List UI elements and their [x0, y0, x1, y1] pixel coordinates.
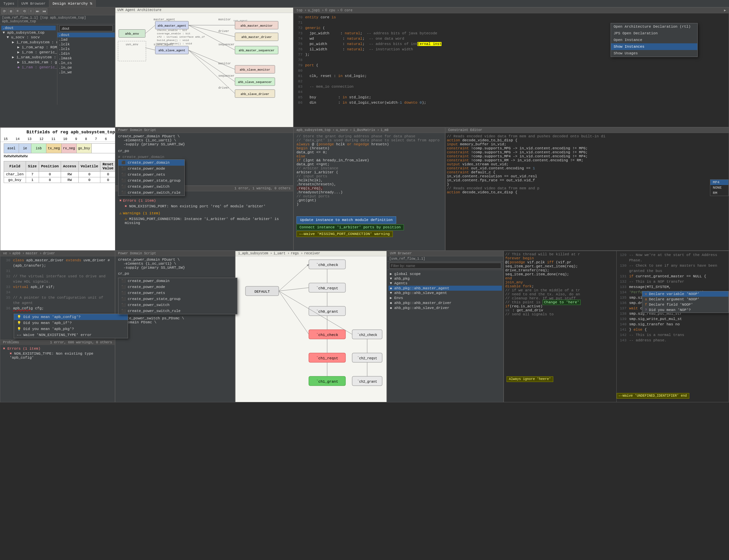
bl-ac-2[interactable]: 💡 Did you mean 'apb_if'?: [14, 320, 128, 326]
field-tx-neg: tx_neg: [46, 144, 61, 153]
bct-ac-2[interactable]: ⬛ create_power_mode: [118, 284, 237, 290]
tree-item-i-rom-wrap[interactable]: ▶ i_rom_wrap : ROM_SP_512x32_wrap: [1, 45, 56, 50]
ds-none[interactable]: NONE: [710, 185, 728, 190]
ac-create-power-state-group[interactable]: ⬛ create_power_state_group: [118, 178, 184, 184]
menu-show-instances[interactable]: Show Instances: [611, 43, 697, 50]
filter-item-lmask[interactable]: .lmask: [57, 56, 115, 61]
ds-rm[interactable]: RM: [710, 190, 728, 196]
tab-uvm-browser[interactable]: UVM Browser: [18, 0, 49, 7]
toolbar-btn-4[interactable]: ⟲: [21, 8, 27, 14]
tree-item-i-ram[interactable]: ◆ i_ram : generic_sram_bit: [1, 65, 56, 70]
filter-input[interactable]: [59, 25, 113, 31]
th-position: Position: [39, 161, 61, 172]
br-code-right: 129 -- Now we're at the start of the Add…: [617, 251, 729, 402]
code-panel-top-right: top › u_jop1 › © cpu › © core ▶ 70 entit…: [293, 7, 729, 127]
waive-undef-popup[interactable]: ←→Waive 'UNDEFINED_IDENTIFIER' end: [617, 393, 689, 399]
svg-text:ahb_master_agent: ahb_master_agent: [157, 24, 186, 28]
svg-text:ahb_slave_agent: ahb_slave_agent: [158, 49, 185, 52]
code-line-85: 85 bsy : in std_logic;: [294, 95, 729, 100]
filter-item-lcls[interactable]: .lcls: [57, 47, 115, 51]
bl-ac-4[interactable]: ←→ Waive 'NON_EXISTING_TYPE' error: [14, 332, 128, 338]
bulb-icon: 💡: [17, 315, 21, 319]
bl-bc-driver: driver: [43, 252, 55, 255]
update-instance-popup[interactable]: Update instance to match module definiti…: [296, 216, 396, 224]
tree-item-i-sram-sub[interactable]: ▶ i_sram_subsystem : sram_subsystem: [1, 55, 56, 60]
bct-ac-4[interactable]: ⬛ create_power_state_group: [118, 296, 237, 302]
svg-text:`ch1_grant: `ch1_grant: [316, 380, 338, 384]
ac-create-power-domain[interactable]: ⬛ create_power_domain: [118, 160, 184, 166]
bl-line-31: 31: [2, 268, 113, 274]
filter-item-lncs[interactable]: .ln_cs: [57, 61, 115, 65]
uvm-slave-driver[interactable]: ◆ ahb_pkg::ahb_slave_driver: [389, 305, 502, 310]
cp-declare-var[interactable]: v Declare variable 'NOOP': [642, 291, 728, 297]
uvm-filter-input[interactable]: [389, 263, 501, 269]
tab-design-hierarchy[interactable]: Design Hierarchy %: [49, 0, 96, 7]
filter-item-dout[interactable]: .dout: [57, 33, 115, 37]
ac-create-power-nets[interactable]: ⬛ create_power_nets: [118, 172, 184, 178]
bct-ac-6[interactable]: ⬛ create_power_switch_rule: [118, 308, 237, 314]
br-right-139: 139 smp.sig_write_put_mul_st: [618, 316, 728, 322]
bc-im8: i_m8: [381, 128, 389, 132]
var-icon: v: [645, 292, 647, 296]
filter-item-lnwe[interactable]: .ln_we: [57, 70, 115, 75]
bl-ac-3[interactable]: 💡 Did you mean 'apb_pkg'?: [14, 326, 128, 332]
toolbar-btn-1[interactable]: ⟳: [1, 8, 7, 14]
connect-popup[interactable]: Connect instance 'i_arbiter' ports by po…: [296, 224, 404, 230]
bl-ac-1[interactable]: 💡 Did you mean 'apb_config'?: [14, 314, 128, 320]
th-access: Access: [61, 161, 79, 172]
tree-item-apb-top[interactable]: ▼ apb_subsystem_top: [1, 30, 56, 35]
uvm-browser-breadcrumb: [uvm_ref_flow_1.1]: [387, 256, 503, 262]
bottom-left-panel: ve › apb0 › master › driver 30 class apb…: [0, 251, 115, 402]
uvm-envs[interactable]: ▶ Envs: [389, 295, 502, 300]
toolbar-btn-2[interactable]: ⊞: [8, 8, 14, 14]
ac-create-power-switch[interactable]: ⬛ create_power_switch: [118, 184, 184, 190]
uvm-slave-agent[interactable]: ▼ ahb_pkg::ahb_slave_agent: [389, 291, 502, 295]
bl-problems-title: Problems: [3, 341, 19, 344]
menu-open-arch[interactable]: Open Architecture Declaration (rtl): [611, 23, 697, 30]
cp-did-you-mean[interactable]: ? Did you mean 'NOP'?: [642, 307, 728, 313]
filter-item-ldin[interactable]: .ldin: [57, 51, 115, 56]
tree-item-i-rom-sub[interactable]: ▶ i_rom_subsystem : rom_subsystem: [1, 40, 56, 45]
cmr-line-4: constraint !comp.supports_MPG -> in_vid.…: [447, 150, 727, 154]
toolbar-btn-3[interactable]: ≡: [15, 8, 21, 14]
waive-popup[interactable]: ←→Waive 'MISSING_PORT_CONNECTION' warnin…: [296, 231, 393, 237]
uvm-line-13: .hreadyout(hready...): [296, 190, 442, 194]
uvm-line-9: arbiter i_arbiter (: [296, 170, 442, 174]
toolbar-btn-5[interactable]: ↕: [28, 8, 34, 14]
tab-types[interactable]: Types: [0, 0, 18, 7]
uvm-agents[interactable]: ▼ Agents: [389, 281, 502, 286]
uvm-ahb-pkg[interactable]: ▼ ahb_pkg: [389, 276, 502, 281]
change-here-popup[interactable]: Change to 'here': [543, 300, 581, 305]
toolbar-btn-6[interactable]: ⏭: [35, 8, 41, 14]
bct-ac-1[interactable]: ⬛ create_power_domain: [118, 278, 237, 284]
ds-mp4[interactable]: MP4: [710, 180, 728, 185]
br-right-132: 132 -- This is a NOP transfer: [618, 279, 728, 284]
uvm-master-driver[interactable]: ◆ ahb_pkg::ahb_master_driver: [389, 300, 502, 305]
tree-item-u-socv[interactable]: ▼ u_socv : socv: [1, 35, 56, 40]
th-field: Field: [4, 161, 26, 172]
problems-summary: 1 error, 1 warning, 0 others: [234, 187, 290, 190]
bct-ac-3[interactable]: ⬛ create_power_nets: [118, 290, 237, 296]
menu-jps-open[interactable]: JPS Open Declaration: [611, 30, 697, 37]
always-ignore-popup[interactable]: Always ignore 'heere': [507, 376, 553, 382]
menu-open-instance[interactable]: Open Instance: [611, 37, 697, 43]
filter-item-lclk[interactable]: .lclk: [57, 42, 115, 47]
uvm-comment-1: // Store the grant during address phase …: [296, 134, 442, 138]
br-comment-6: // send all signals to: [505, 312, 615, 316]
filter-item-lad[interactable]: .lad: [57, 37, 115, 42]
ac-create-power-mode[interactable]: ⬛ create_power_mode: [118, 166, 184, 172]
uvm-global-scope[interactable]: ▶ global scope: [389, 271, 502, 276]
cp-declare-arg[interactable]: a Declare argument 'NOOP': [642, 297, 728, 302]
tree-item-i-rom[interactable]: ▶ i_rom : generic_sram: [1, 50, 56, 55]
filter-item-lnoe[interactable]: .ln_oe: [57, 65, 115, 70]
uvm-master-agent[interactable]: ◆ ahb_pkg::ahb_master_agent: [389, 286, 502, 291]
ac-create-power-switch-rule[interactable]: ⬛ create_power_switch_rule: [118, 190, 184, 196]
cp-declare-field[interactable]: f Declare field 'NOOP': [642, 302, 728, 307]
tree-item-i1-macb0[interactable]: ▶ i1_macb0_ram : generic_sram_32k_wrappe…: [1, 60, 56, 65]
toolbar-btn-7[interactable]: ⏮: [41, 8, 47, 14]
menu-show-usages[interactable]: Show Usages: [611, 50, 697, 57]
br-line-sk: sk: get_and_driv: [505, 308, 615, 312]
tree-item-dout[interactable]: .dout: [1, 26, 56, 30]
bl-line-34: 34: [2, 290, 113, 295]
bct-ac-5[interactable]: ⬛ create_power_switch: [118, 302, 237, 308]
